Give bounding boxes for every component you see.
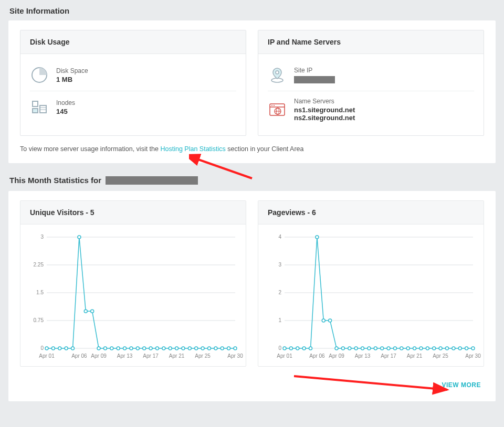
- svg-point-58: [201, 347, 204, 350]
- svg-point-41: [91, 309, 94, 313]
- svg-point-35: [51, 347, 55, 350]
- svg-point-39: [78, 236, 81, 239]
- svg-text:0.75: 0.75: [34, 317, 44, 323]
- disk-space-value: 1 MB: [56, 76, 88, 83]
- svg-point-89: [329, 319, 332, 322]
- svg-text:1: 1: [278, 317, 281, 323]
- svg-point-95: [368, 347, 371, 350]
- svg-rect-3: [40, 105, 46, 113]
- svg-text:2: 2: [278, 290, 281, 295]
- svg-text:Apr 01: Apr 01: [39, 353, 55, 359]
- svg-point-38: [71, 347, 75, 350]
- svg-point-52: [162, 347, 165, 350]
- pageviews-chart-card: Pageviews - 6 01234Apr 01Apr 06Apr 09Apr…: [258, 200, 484, 367]
- svg-text:Apr 25: Apr 25: [433, 353, 448, 359]
- svg-point-34: [45, 347, 48, 350]
- svg-text:Apr 13: Apr 13: [355, 353, 371, 359]
- svg-point-49: [143, 347, 146, 350]
- svg-point-90: [335, 347, 338, 350]
- ip-ns-header: IP and Name Servers: [258, 30, 484, 54]
- visitors-chart-card: Unique Visitors - 5 00.751.52.253Apr 01A…: [20, 200, 246, 367]
- hosting-plan-statistics-link[interactable]: Hosting Plan Statistics: [160, 145, 225, 153]
- svg-point-111: [471, 347, 475, 350]
- svg-point-44: [110, 347, 113, 350]
- svg-point-94: [361, 347, 364, 350]
- svg-point-53: [169, 347, 172, 350]
- svg-rect-1: [33, 101, 38, 106]
- svg-point-45: [117, 347, 120, 350]
- svg-point-91: [341, 347, 344, 350]
- svg-point-55: [182, 347, 185, 350]
- svg-point-47: [130, 347, 133, 350]
- svg-point-98: [387, 347, 390, 350]
- name-servers-row: Name Servers ns1.siteground.net ns2.site…: [268, 91, 474, 128]
- svg-point-92: [348, 347, 351, 350]
- svg-point-83: [289, 347, 292, 350]
- visitors-chart: 00.751.52.253Apr 01Apr 06Apr 09Apr 13Apr…: [20, 225, 246, 366]
- site-info-card: Disk Usage Disk Space 1 MB: [8, 20, 496, 163]
- svg-point-11: [274, 105, 275, 106]
- svg-text:0: 0: [278, 345, 281, 351]
- disk-space-icon: [30, 66, 49, 84]
- svg-point-86: [309, 347, 312, 350]
- disk-space-label: Disk Space: [56, 67, 88, 74]
- svg-text:Apr 17: Apr 17: [381, 353, 396, 359]
- svg-point-48: [136, 347, 139, 350]
- svg-text:3: 3: [278, 262, 281, 268]
- disk-usage-header: Disk Usage: [20, 30, 246, 54]
- svg-point-56: [188, 347, 191, 350]
- svg-point-101: [406, 347, 410, 350]
- month-stats-card: Unique Visitors - 5 00.751.52.253Apr 01A…: [8, 191, 496, 401]
- inodes-row: Inodes 145: [30, 91, 236, 123]
- svg-text:Apr 30: Apr 30: [465, 353, 481, 359]
- name-server-2: ns2.siteground.net: [294, 114, 355, 122]
- svg-point-85: [302, 347, 306, 350]
- svg-text:4: 4: [278, 234, 281, 240]
- name-server-1: ns1.siteground.net: [294, 106, 355, 114]
- site-ip-label: Site IP: [294, 67, 335, 74]
- svg-point-109: [458, 347, 461, 350]
- svg-text:Apr 21: Apr 21: [407, 353, 423, 359]
- svg-text:Apr 06: Apr 06: [71, 353, 87, 359]
- svg-text:2.25: 2.25: [34, 262, 44, 268]
- svg-point-108: [452, 347, 455, 350]
- disk-usage-panel: Disk Usage Disk Space 1 MB: [20, 30, 246, 136]
- name-servers-label: Name Servers: [294, 98, 355, 105]
- inodes-label: Inodes: [56, 99, 75, 106]
- pageviews-chart-header: Pageviews - 6: [258, 201, 484, 225]
- svg-text:Apr 25: Apr 25: [195, 353, 211, 359]
- svg-text:Apr 09: Apr 09: [329, 353, 344, 359]
- svg-point-7: [276, 71, 279, 74]
- svg-point-99: [393, 347, 396, 350]
- month-stats-title: This Month Statistics for: [0, 173, 504, 191]
- svg-point-100: [400, 347, 403, 350]
- svg-point-51: [155, 347, 159, 350]
- svg-point-106: [439, 347, 442, 350]
- svg-point-87: [316, 236, 319, 239]
- svg-point-61: [220, 347, 224, 350]
- svg-point-102: [413, 347, 416, 350]
- svg-point-36: [58, 347, 61, 350]
- svg-rect-2: [33, 109, 38, 113]
- svg-point-57: [195, 347, 198, 350]
- svg-point-105: [433, 347, 436, 350]
- svg-point-60: [214, 347, 217, 350]
- svg-point-103: [419, 347, 423, 350]
- svg-point-96: [374, 347, 377, 350]
- svg-text:Apr 21: Apr 21: [169, 353, 185, 359]
- svg-text:Apr 17: Apr 17: [143, 353, 159, 359]
- svg-point-107: [445, 347, 448, 350]
- svg-point-43: [103, 347, 107, 350]
- svg-text:Apr 01: Apr 01: [277, 353, 292, 359]
- svg-point-37: [65, 347, 68, 350]
- pageviews-chart: 01234Apr 01Apr 06Apr 09Apr 13Apr 17Apr 2…: [258, 225, 484, 366]
- ip-ns-panel: IP and Name Servers Site IP: [258, 30, 484, 136]
- view-more-link[interactable]: VIEW MORE: [442, 381, 481, 389]
- svg-point-84: [296, 347, 299, 350]
- disk-space-row: Disk Space 1 MB: [30, 59, 236, 91]
- svg-point-46: [123, 347, 127, 350]
- svg-point-62: [227, 347, 230, 350]
- svg-point-110: [465, 347, 468, 350]
- svg-text:1.5: 1.5: [36, 290, 44, 295]
- svg-point-10: [271, 105, 272, 106]
